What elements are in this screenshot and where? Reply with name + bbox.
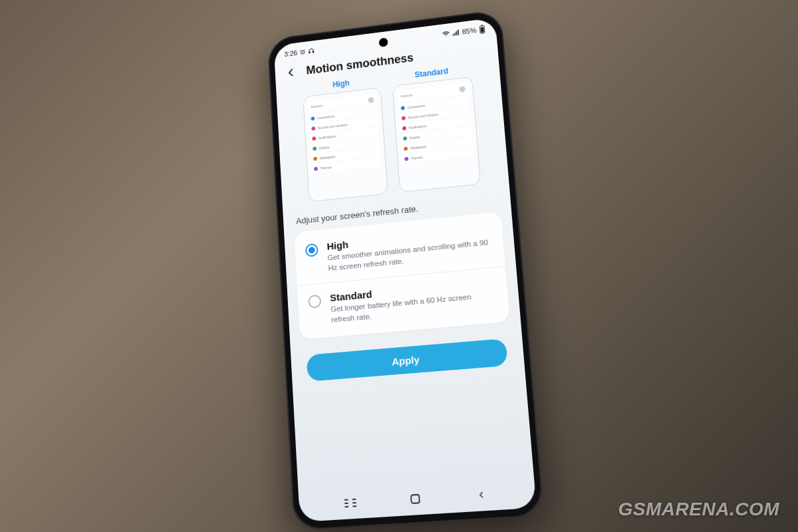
apply-button[interactable]: Apply — [307, 338, 508, 382]
watermark-text: GSMARENA.COM — [618, 499, 779, 520]
battery-icon — [479, 25, 486, 34]
preview-row: High Account Connections Sounds and vibr… — [286, 62, 498, 204]
preview-box-high: Account Connections Sounds and vibration… — [303, 87, 388, 202]
phone-screen: 3:26 85% — [274, 17, 537, 522]
radio-high[interactable] — [305, 243, 319, 257]
nav-home-button[interactable] — [405, 491, 425, 507]
svg-rect-4 — [454, 33, 456, 35]
headphones-icon — [309, 47, 315, 54]
radio-standard[interactable] — [308, 295, 321, 309]
svg-rect-9 — [480, 27, 483, 33]
nav-recents-button[interactable] — [341, 495, 360, 510]
svg-rect-6 — [458, 29, 459, 35]
battery-percent: 85% — [462, 27, 476, 36]
signal-icon — [452, 29, 460, 37]
preview-standard[interactable]: Standard Account Connections Sounds and … — [392, 64, 481, 193]
options-card: High Get smoother animations and scrolli… — [294, 211, 509, 339]
svg-rect-2 — [313, 51, 314, 53]
status-right: 85% — [442, 25, 485, 39]
alarm-icon — [300, 49, 307, 55]
status-time: 3:26 — [284, 49, 298, 59]
content: High Account Connections Sounds and vibr… — [276, 61, 534, 495]
option-text: Standard Get longer battery life with a … — [330, 277, 498, 325]
option-text: High Get smoother animations and scrolli… — [327, 225, 493, 273]
svg-rect-16 — [411, 495, 420, 503]
svg-rect-1 — [309, 51, 311, 53]
svg-rect-5 — [456, 31, 457, 35]
preview-box-standard: Account Connections Sounds and vibration… — [392, 76, 481, 193]
status-left: 3:26 — [284, 47, 315, 58]
preview-high[interactable]: High Account Connections Sounds and vibr… — [302, 74, 388, 202]
phone-frame: 3:26 85% — [267, 9, 545, 531]
nav-back-button[interactable] — [471, 487, 491, 503]
svg-rect-3 — [452, 35, 454, 36]
apply-label: Apply — [392, 353, 420, 367]
wifi-icon — [442, 31, 450, 38]
back-button[interactable] — [283, 65, 298, 80]
